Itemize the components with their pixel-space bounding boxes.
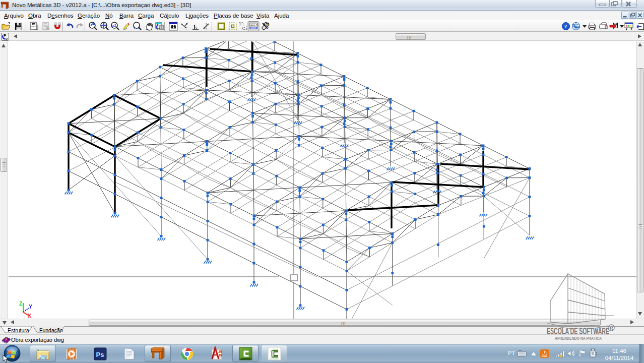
svg-text:Fundação: Fundação — [39, 327, 63, 333]
svg-text:x2: x2 — [112, 24, 116, 27]
svg-text:?: ? — [564, 23, 567, 29]
svg-text:Y: Y — [29, 304, 32, 310]
svg-text:APRENDENDO NA PRÁTICA: APRENDENDO NA PRÁTICA — [555, 336, 602, 341]
svg-text:Z: Z — [19, 300, 23, 307]
svg-text:DWG: DWG — [31, 26, 36, 28]
svg-text:R: R — [610, 326, 613, 331]
svg-text:10: 10 — [219, 353, 223, 357]
svg-text:DXF: DXF — [32, 24, 35, 26]
svg-text:X: X — [28, 313, 31, 319]
svg-text:ESCOLA DE SOFTWARE: ESCOLA DE SOFTWARE — [547, 326, 609, 336]
svg-text:Ps: Ps — [96, 351, 104, 358]
svg-text:Estrutura: Estrutura — [8, 327, 29, 333]
svg-text:20: 20 — [219, 350, 223, 353]
svg-text:123.4: 123.4 — [251, 24, 258, 26]
